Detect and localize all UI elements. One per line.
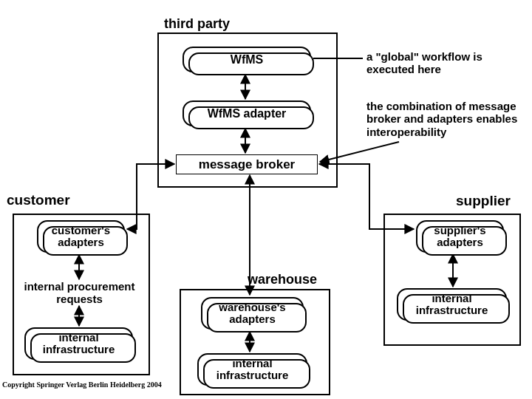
annotation-global-workflow: a "global" workflow is executed here	[366, 50, 532, 76]
warehouse-internal-infra-node: internal infrastructure	[197, 353, 307, 386]
customers-adapters-node: customer's adapters	[37, 220, 125, 253]
third-party-label: third party	[164, 16, 230, 32]
warehouses-adapters-node: warehouse's adapters	[201, 297, 304, 330]
warehouse-label: warehouse	[248, 272, 336, 287]
supplier-internal-infra-node: internal infrastructure	[397, 288, 507, 321]
customer-label: customer	[7, 192, 70, 208]
supplier-label: supplier	[456, 193, 511, 209]
customer-internal-infra-node: internal infrastructure	[24, 327, 133, 360]
wfms-adapter-text: WfMS adapter	[208, 107, 287, 120]
warehouse-internal-infra-text: internal infrastructure	[199, 358, 306, 381]
wfms-node: WfMS	[183, 47, 311, 72]
annotation-combination: the combination of message broker and ad…	[366, 100, 531, 138]
customers-adapters-text: customer's adapters	[38, 225, 123, 248]
message-broker-node: message broker	[176, 154, 318, 174]
copyright-text: Copyright Springer Verlag Berlin Heidelb…	[2, 381, 162, 389]
warehouses-adapters-text: warehouse's adapters	[202, 301, 302, 325]
customer-internal-infra-text: internal infrastructure	[26, 332, 132, 355]
message-broker-text: message broker	[199, 157, 295, 172]
suppliers-adapters-node: supplier's adapters	[416, 220, 504, 253]
wfms-adapter-node: WfMS adapter	[183, 100, 311, 126]
internal-procurement-text: internal procurement requests	[18, 280, 140, 306]
suppliers-adapters-text: supplier's adapters	[417, 225, 502, 248]
supplier-internal-infra-text: internal infrastructure	[398, 293, 505, 316]
wfms-text: WfMS	[231, 53, 263, 66]
